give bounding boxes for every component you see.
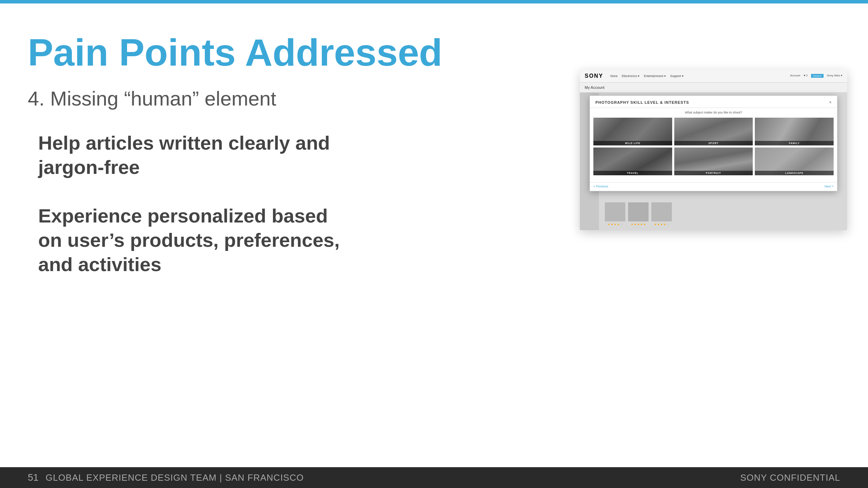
star-14: ★ — [663, 223, 666, 226]
skill-level-modal: PHOTOGRAPHY SKILL LEVEL & INTERESTS × Wh… — [590, 95, 837, 191]
bottom-cards: ★ ★ ★ ★ ★ ★ — [605, 202, 843, 226]
photo-portrait-label: PORTRAIT — [674, 171, 753, 175]
page-title: Pain Points Addressed — [28, 31, 840, 73]
footer-page-number: 51 — [28, 472, 39, 483]
star-8: ★ — [637, 223, 640, 226]
photo-wildlife-label: WILD LIFE — [593, 141, 672, 145]
star-1: ★ — [608, 223, 610, 226]
modal-close-button[interactable]: × — [829, 100, 832, 105]
star-12: ★ — [657, 223, 660, 226]
main-content: Pain Points Addressed 4. Missing “human”… — [0, 3, 868, 467]
sony-nav-bar: SONY Store Electronics ▾ Entertainment ▾… — [580, 69, 847, 83]
star-6: ★ — [631, 223, 633, 226]
star-4: ★ — [617, 223, 619, 226]
star-2: ★ — [611, 223, 613, 226]
modal-title: PHOTOGRAPHY SKILL LEVEL & INTERESTS — [595, 100, 689, 104]
photo-sport[interactable]: SPORT — [674, 118, 753, 145]
modal-subtitle: What subject matter do you like to shoot… — [590, 108, 837, 116]
photo-landscape[interactable]: LANDSCAPE — [755, 148, 834, 175]
star-row-1: ★ ★ ★ ★ ★ — [605, 223, 625, 226]
star-3: ★ — [614, 223, 616, 226]
photo-grid: WILD LIFE SPORT FAMILY TRAVEL — [593, 118, 834, 175]
bottom-footer: 51 GLOBAL EXPERIENCE DESIGN TEAM | SAN F… — [0, 467, 868, 488]
bullet-item-1: Help articles written clearly and jargon… — [28, 131, 340, 179]
star-row-3: ★ ★ ★ ★ ★ — [651, 223, 672, 226]
star-5: ★ — [620, 223, 623, 226]
star-11: ★ — [654, 223, 657, 226]
nav-account[interactable]: Account — [790, 74, 800, 78]
nav-sony-sites[interactable]: Sony Sites ▾ — [827, 74, 842, 78]
photo-travel[interactable]: TRAVEL — [593, 148, 672, 175]
star-7: ★ — [634, 223, 636, 226]
footer-left: 51 GLOBAL EXPERIENCE DESIGN TEAM | SAN F… — [28, 472, 304, 483]
modal-header: PHOTOGRAPHY SKILL LEVEL & INTERESTS × — [590, 96, 837, 108]
footer-confidential: SONY CONFIDENTIAL — [740, 472, 840, 483]
star-row-2: ★ ★ ★ ★ ★ — [628, 223, 649, 226]
bottom-cards-area: ★ ★ ★ ★ ★ ★ — [605, 202, 843, 226]
my-account-label: My Account — [585, 85, 604, 90]
nav-wishlist[interactable]: ♥ 2 — [804, 74, 808, 78]
page-body: MY S———— Tab MOS———— PHOTOGRAPHY SKILL L… — [580, 93, 847, 230]
bottom-card-3: ★ ★ ★ ★ ★ — [651, 202, 672, 226]
star-9: ★ — [640, 223, 643, 226]
bottom-card-2: ★ ★ ★ ★ ★ — [628, 202, 649, 226]
footer-team-text: GLOBAL EXPERIENCE DESIGN TEAM | SAN FRAN… — [45, 472, 304, 483]
photo-sport-label: SPORT — [674, 141, 753, 145]
modal-footer: < Previous Next > — [590, 182, 837, 191]
sony-logo: SONY — [585, 73, 603, 79]
nav-right-items: Account ♥ 2 Search Sony Sites ▾ — [790, 74, 842, 78]
nav-search[interactable]: Search — [811, 74, 823, 78]
nav-electronics[interactable]: Electronics ▾ — [622, 74, 640, 78]
bottom-card-1: ★ ★ ★ ★ ★ — [605, 202, 625, 226]
my-account-bar: My Account — [580, 83, 847, 93]
screenshot-mockup: SONY Store Electronics ▾ Entertainment ▾… — [580, 69, 847, 230]
photo-family[interactable]: FAMILY — [755, 118, 834, 145]
top-accent-bar — [0, 0, 868, 3]
modal-body: WILD LIFE SPORT FAMILY TRAVEL — [590, 116, 837, 182]
right-column: SONY Store Electronics ▾ Entertainment ▾… — [580, 69, 847, 230]
page-main-area: MY S———— Tab MOS———— PHOTOGRAPHY SKILL L… — [605, 97, 843, 226]
nav-items: Store Electronics ▾ Entertainment ▾ Supp… — [610, 74, 684, 78]
photo-family-label: FAMILY — [755, 141, 834, 145]
bullet-item-2: Experience personalized based on user’s … — [28, 204, 340, 277]
photo-landscape-label: LANDSCAPE — [755, 171, 834, 175]
nav-store[interactable]: Store — [610, 74, 618, 78]
nav-entertainment[interactable]: Entertainment ▾ — [644, 74, 666, 78]
star-15: ★ — [667, 223, 669, 226]
pain-point-number: 4. Missing “human” element — [28, 87, 340, 110]
left-column: 4. Missing “human” element Help articles… — [28, 87, 340, 301]
photo-portrait[interactable]: PORTRAIT — [674, 148, 753, 175]
nav-support[interactable]: Support ▾ — [670, 74, 684, 78]
modal-next-button[interactable]: Next > — [825, 185, 834, 188]
modal-prev-button[interactable]: < Previous — [593, 185, 608, 188]
photo-wildlife[interactable]: WILD LIFE — [593, 118, 672, 145]
photo-travel-label: TRAVEL — [593, 171, 672, 175]
star-10: ★ — [643, 223, 646, 226]
star-13: ★ — [660, 223, 663, 226]
